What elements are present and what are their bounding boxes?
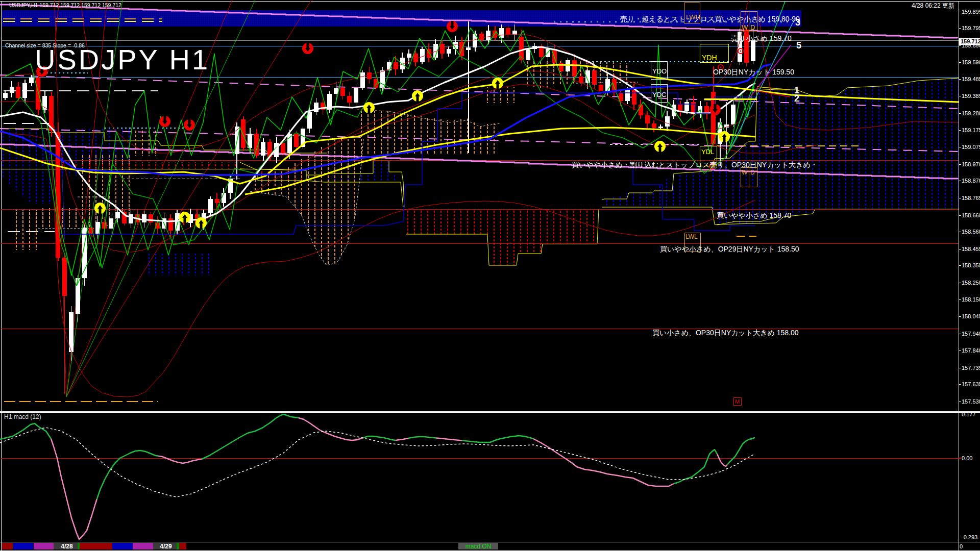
- svg-text:158.560: 158.560: [962, 229, 980, 235]
- svg-text:買い小さめ、OP30日NYカット大きめ 158.00: 買い小さめ、OP30日NYカット大きめ 158.00: [652, 329, 799, 337]
- svg-text:157.940: 157.940: [962, 331, 980, 337]
- svg-text:0.00: 0.00: [962, 455, 972, 461]
- svg-text:0.177: 0.177: [962, 411, 976, 417]
- svg-text:YDH: YDH: [702, 54, 717, 62]
- svg-text:USDJPY H1: USDJPY H1: [35, 43, 210, 76]
- svg-text:売り小さめ 159.70: 売り小さめ 159.70: [731, 34, 792, 42]
- svg-text:159.590: 159.590: [962, 59, 980, 65]
- svg-text:D: D: [750, 23, 755, 31]
- svg-text:158.045: 158.045: [962, 313, 980, 319]
- svg-text:YDO: YDO: [652, 67, 667, 75]
- svg-text:W: W: [742, 169, 748, 176]
- svg-text:USDJPY,H1 159.712 159.712 159: USDJPY,H1 159.712 159.712 159.712 159.71…: [9, 2, 121, 8]
- svg-text:159.895: 159.895: [962, 9, 980, 15]
- svg-text:YDC: YDC: [652, 91, 666, 98]
- svg-text:4/29: 4/29: [160, 543, 172, 550]
- svg-text:158.150: 158.150: [962, 296, 980, 303]
- svg-text:157.635: 157.635: [962, 381, 980, 387]
- svg-text:159.280: 159.280: [962, 110, 980, 116]
- svg-text:157.735: 157.735: [962, 365, 980, 371]
- svg-text:macd ON: macd ON: [465, 543, 492, 550]
- svg-text:5: 5: [796, 40, 801, 51]
- svg-text:2: 2: [794, 93, 799, 104]
- svg-text:LWL: LWL: [685, 233, 698, 240]
- svg-text:159.385: 159.385: [962, 93, 980, 99]
- svg-text:H1 macd (12): H1 macd (12): [4, 413, 41, 420]
- svg-text:158.765: 158.765: [962, 195, 980, 201]
- svg-text:0: 0: [960, 543, 963, 549]
- svg-text:買いやや小さめ、OP29日NYカット 158.50: 買いやや小さめ、OP29日NYカット 158.50: [660, 245, 799, 253]
- svg-text:W: W: [742, 23, 748, 31]
- svg-text:売り・超えるとストップロス買いやや小さめ 159.80-90: 売り・超えるとストップロス買いやや小さめ 159.80-90: [620, 15, 800, 23]
- svg-text:買いやや小さめ 158.70: 買いやや小さめ 158.70: [717, 211, 792, 219]
- svg-text:4/28 06:22 更新: 4/28 06:22 更新: [912, 2, 954, 9]
- svg-text:4/28: 4/28: [61, 543, 73, 550]
- svg-text:157.530: 157.530: [962, 398, 980, 405]
- svg-text:159.485: 159.485: [962, 76, 980, 82]
- svg-text:158.970: 158.970: [962, 161, 980, 167]
- svg-text:159.075: 159.075: [962, 144, 980, 150]
- svg-text:158.660: 158.660: [962, 212, 980, 218]
- svg-text:158.355: 158.355: [962, 262, 980, 268]
- svg-text:159.795: 159.795: [962, 25, 980, 31]
- svg-text:M: M: [735, 398, 740, 405]
- svg-text:買いやや小さめ・割り込むとストップロス売り。OP30日NYカ: 買いやや小さめ・割り込むとストップロス売り。OP30日NYカット大きめ・: [572, 161, 818, 169]
- svg-text:-0.293: -0.293: [962, 534, 977, 540]
- svg-text:159.175: 159.175: [962, 127, 980, 133]
- svg-text:157.840: 157.840: [962, 347, 980, 354]
- svg-text:158.455: 158.455: [962, 246, 980, 252]
- svg-text:D: D: [750, 169, 755, 176]
- svg-text:OP30日NYカット 159.50: OP30日NYカット 159.50: [713, 68, 794, 76]
- svg-text:158.870: 158.870: [962, 178, 980, 184]
- svg-text:YDL: YDL: [701, 148, 714, 156]
- svg-text:158.250: 158.250: [962, 280, 980, 286]
- svg-text:159.712: 159.712: [961, 38, 980, 44]
